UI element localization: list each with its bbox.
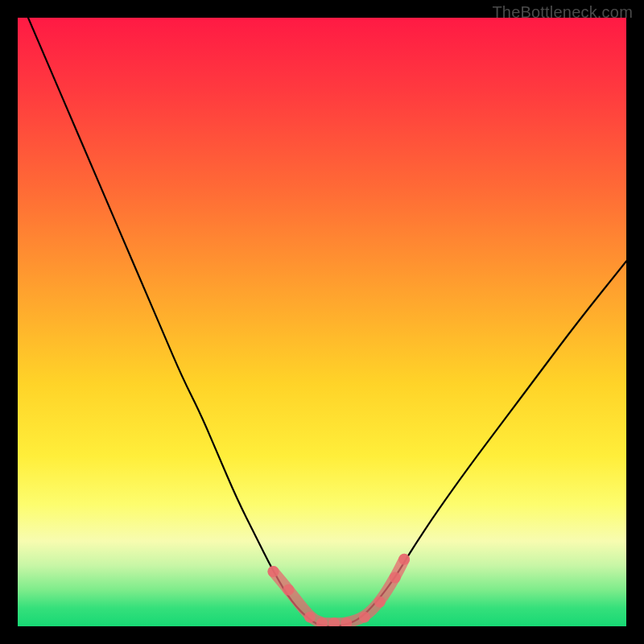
curve-svg [18,18,626,626]
highlight-dot [304,612,316,623]
watermark-text: TheBottleneck.com [492,3,633,22]
highlight-dot [374,597,386,608]
chart-frame: TheBottleneck.com [0,0,644,644]
bottleneck-curve [18,18,626,626]
plot-area [18,18,626,626]
highlight-dot [359,612,370,623]
highlight-dot [398,554,410,565]
highlight-markers [268,554,411,626]
highlight-dot [283,584,294,596]
highlight-dot [268,566,279,577]
highlight-dot [390,572,401,584]
